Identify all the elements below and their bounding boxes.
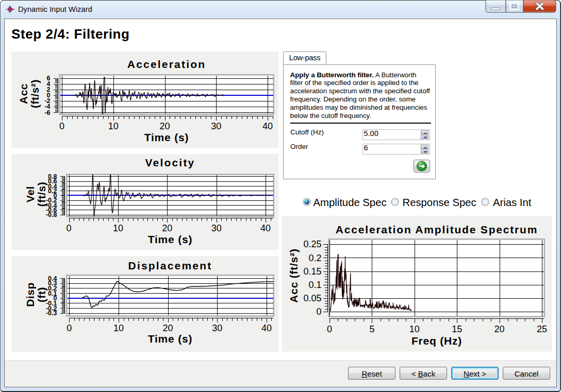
svg-text:6: 6 — [46, 75, 50, 82]
svg-text:20: 20 — [494, 324, 504, 334]
svg-text:Acceleration: Acceleration — [127, 58, 205, 70]
svg-text:10: 10 — [108, 121, 118, 131]
svg-text:20: 20 — [162, 223, 172, 233]
svg-text:40: 40 — [260, 223, 271, 233]
svg-text:0: 0 — [66, 223, 71, 233]
svg-text:30: 30 — [211, 223, 221, 233]
svg-text:30: 30 — [211, 121, 221, 131]
svg-text:15: 15 — [452, 324, 462, 334]
svg-text:10: 10 — [112, 223, 123, 233]
svg-text:Time (s): Time (s) — [147, 233, 192, 245]
svg-text:Acceleration Amplitude Spectru: Acceleration Amplitude Spectrum — [335, 224, 537, 235]
svg-text:0: 0 — [326, 324, 332, 334]
svg-text:Time (s): Time (s) — [147, 333, 192, 345]
svg-text:0.1: 0.1 — [308, 280, 321, 290]
svg-text:0.05: 0.05 — [303, 293, 321, 303]
svg-text:10: 10 — [113, 323, 123, 333]
svg-text:Velocity: Velocity — [145, 157, 195, 168]
svg-text:0: 0 — [67, 323, 72, 333]
svg-text:20: 20 — [162, 323, 173, 333]
svg-text:10: 10 — [409, 324, 419, 334]
svg-text:40: 40 — [261, 323, 271, 333]
svg-text:Displacement: Displacement — [128, 260, 212, 271]
svg-text:0: 0 — [316, 306, 321, 317]
svg-text:0.15: 0.15 — [303, 266, 321, 277]
svg-text:5: 5 — [369, 324, 374, 334]
svg-text:Freq (Hz): Freq (Hz) — [411, 335, 461, 347]
svg-text:20: 20 — [159, 121, 170, 131]
svg-text:Time (s): Time (s) — [144, 131, 189, 143]
svg-text:0: 0 — [59, 121, 64, 131]
svg-text:Acc (ft/s²): Acc (ft/s²) — [288, 248, 300, 303]
svg-text:0.2: 0.2 — [308, 253, 321, 263]
svg-text:0.4: 0.4 — [48, 275, 57, 282]
svg-text:25: 25 — [536, 324, 547, 334]
svg-text:30: 30 — [212, 323, 222, 333]
svg-text:Acc(ft/s²): Acc(ft/s²) — [18, 79, 41, 108]
svg-text:0.25: 0.25 — [303, 239, 321, 249]
svg-text:0.8: 0.8 — [48, 173, 57, 180]
svg-text:40: 40 — [262, 121, 272, 131]
